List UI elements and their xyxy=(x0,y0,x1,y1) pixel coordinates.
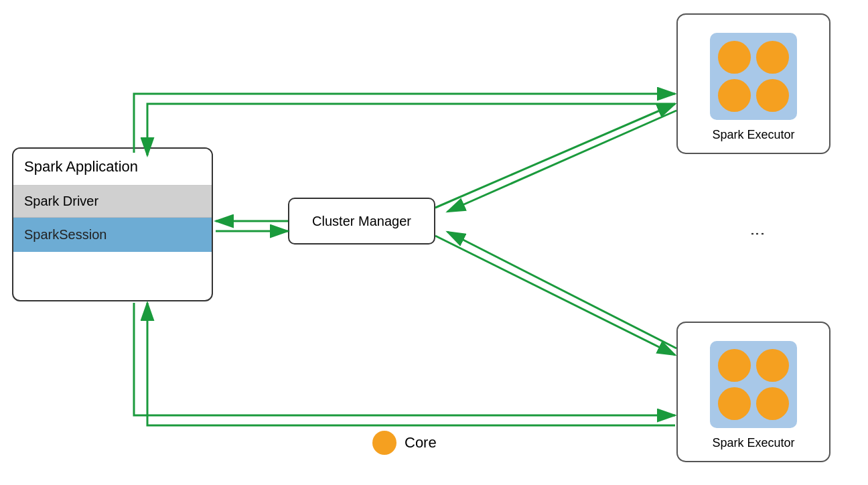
core-circle xyxy=(756,387,789,420)
cluster-manager-box: Cluster Manager xyxy=(288,198,435,245)
core-circle xyxy=(718,41,751,74)
core-circle xyxy=(718,387,751,420)
core-circle xyxy=(718,79,751,112)
legend-circle-icon xyxy=(372,431,396,455)
dots-separator: ⋮ xyxy=(749,226,766,242)
core-circle xyxy=(756,349,789,382)
core-circle xyxy=(756,79,789,112)
spark-session-label: SparkSession xyxy=(13,218,212,252)
legend: Core xyxy=(372,431,437,455)
spark-executor-top: Spark Executor xyxy=(676,13,830,154)
spark-application-box: Spark Application Spark Driver SparkSess… xyxy=(12,147,213,301)
core-circle xyxy=(756,41,789,74)
core-circle xyxy=(718,349,751,382)
cluster-manager-label: Cluster Manager xyxy=(312,214,411,229)
core-grid-bottom xyxy=(710,341,797,428)
executor-bottom-label: Spark Executor xyxy=(712,436,794,450)
spark-driver-label: Spark Driver xyxy=(13,186,212,218)
spark-app-title: Spark Application xyxy=(13,149,212,186)
legend-label: Core xyxy=(405,434,437,452)
spark-executor-bottom: Spark Executor xyxy=(676,322,830,462)
executor-top-label: Spark Executor xyxy=(712,128,794,142)
core-grid-top xyxy=(710,33,797,120)
